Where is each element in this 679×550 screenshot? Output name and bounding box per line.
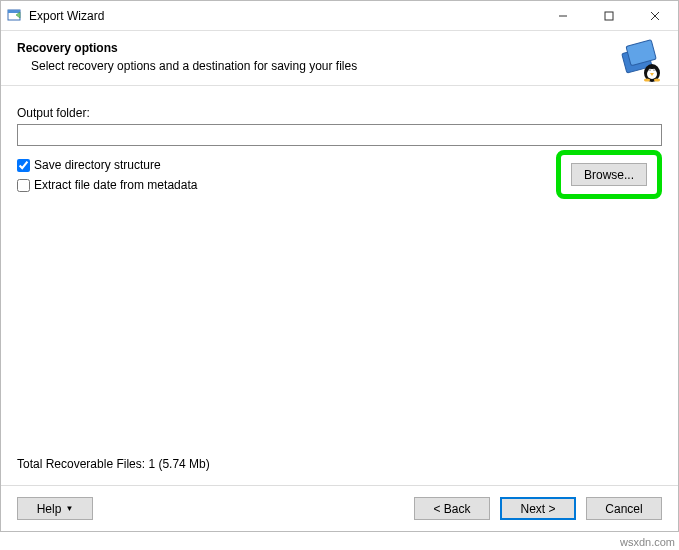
help-button[interactable]: Help ▼: [17, 497, 93, 520]
chevron-down-icon: ▼: [65, 504, 73, 513]
close-button[interactable]: [632, 1, 678, 30]
status-text: Total Recoverable Files: 1 (5.74 Mb): [17, 457, 210, 471]
output-folder-label: Output folder:: [17, 106, 662, 120]
browse-button[interactable]: Browse...: [571, 163, 647, 186]
extract-date-label: Extract file date from metadata: [34, 178, 197, 192]
svg-point-12: [653, 69, 654, 70]
save-directory-label: Save directory structure: [34, 158, 161, 172]
browse-highlight: Browse...: [556, 150, 662, 199]
watermark: wsxdn.com: [620, 536, 675, 548]
wizard-header: Recovery options Select recovery options…: [1, 31, 678, 86]
svg-rect-6: [626, 40, 656, 66]
wizard-footer: Help ▼ < Back Next > Cancel: [1, 485, 678, 531]
page-subtitle: Select recovery options and a destinatio…: [17, 59, 662, 73]
svg-rect-2: [605, 12, 613, 20]
save-directory-checkbox[interactable]: [17, 159, 30, 172]
titlebar: Export Wizard: [1, 1, 678, 31]
svg-point-13: [644, 79, 650, 82]
window-title: Export Wizard: [29, 9, 540, 23]
page-title: Recovery options: [17, 41, 662, 55]
extract-date-checkbox[interactable]: [17, 179, 30, 192]
extract-date-checkbox-row[interactable]: Extract file date from metadata: [17, 178, 556, 192]
maximize-button[interactable]: [586, 1, 632, 30]
app-icon: [7, 8, 23, 24]
wizard-body: Output folder: Save directory structure …: [1, 86, 678, 485]
svg-point-14: [654, 79, 660, 82]
help-button-label: Help: [37, 502, 62, 516]
output-folder-input[interactable]: [17, 124, 662, 146]
wizard-brand-icon: [618, 37, 664, 83]
export-wizard-window: Export Wizard Recovery options Select re…: [0, 0, 679, 532]
save-directory-checkbox-row[interactable]: Save directory structure: [17, 158, 556, 172]
back-button[interactable]: < Back: [414, 497, 490, 520]
cancel-button[interactable]: Cancel: [586, 497, 662, 520]
svg-point-11: [649, 69, 650, 70]
minimize-button[interactable]: [540, 1, 586, 30]
next-button[interactable]: Next >: [500, 497, 576, 520]
window-controls: [540, 1, 678, 30]
